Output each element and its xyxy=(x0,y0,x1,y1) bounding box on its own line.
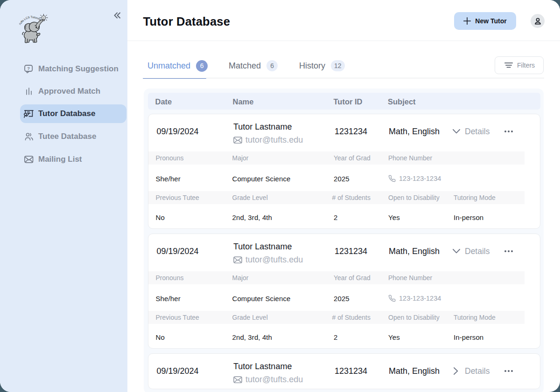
svg-text:?: ? xyxy=(27,66,30,71)
